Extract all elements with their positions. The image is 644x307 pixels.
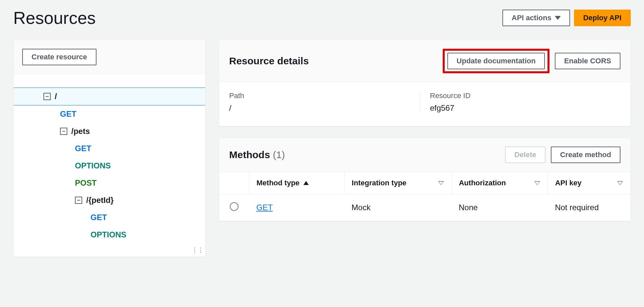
update-documentation-highlight: Update documentation (443, 49, 549, 73)
update-documentation-label: Update documentation (457, 57, 536, 65)
enable-cors-label: Enable CORS (564, 57, 611, 65)
row-radio[interactable] (230, 202, 238, 211)
delete-method-label: Delete (514, 151, 536, 159)
table-row[interactable]: GET Mock None Not required (219, 194, 630, 221)
tree-item-label: OPTIONS (91, 230, 126, 239)
path-label: Path (229, 92, 420, 100)
methods-count: (1) (273, 149, 285, 160)
tree-item-pets-post[interactable]: POST (14, 174, 205, 192)
sort-icon (534, 181, 540, 185)
methods-panel: Methods (1) Delete Create method (219, 138, 631, 221)
create-resource-button[interactable]: Create resource (22, 49, 97, 65)
tree-item-root[interactable]: − / (14, 88, 205, 105)
tree-item-root-get[interactable]: GET (14, 105, 205, 123)
sort-icon (617, 181, 623, 185)
resources-sidebar: Create resource − / GET − /pets (13, 40, 206, 257)
create-method-label: Create method (560, 151, 611, 159)
tree-item-label: OPTIONS (75, 161, 111, 170)
col-api-key-label: API key (555, 179, 582, 187)
deploy-api-label: Deploy API (583, 14, 621, 22)
delete-method-button[interactable]: Delete (505, 147, 546, 163)
api-actions-label: API actions (512, 14, 551, 22)
resource-id-label: Resource ID (430, 92, 621, 100)
path-value: / (229, 103, 420, 113)
tree-item-label: POST (75, 178, 97, 188)
cell-authorization: None (451, 194, 547, 221)
resource-details-panel: Resource details Update documentation En… (219, 40, 631, 126)
resource-id-value: efg567 (430, 103, 621, 113)
col-integration-type[interactable]: Integration type (344, 172, 451, 194)
methods-table: Method type Integration type (219, 172, 630, 221)
col-method-type-label: Method type (257, 179, 300, 187)
tree-item-pets-options[interactable]: OPTIONS (14, 157, 205, 174)
col-authorization[interactable]: Authorization (451, 172, 547, 194)
col-select (219, 172, 249, 194)
cell-integration: Mock (344, 194, 451, 221)
api-actions-button[interactable]: API actions (502, 10, 570, 26)
create-method-button[interactable]: Create method (551, 147, 620, 163)
col-api-key[interactable]: API key (547, 172, 630, 194)
tree-item-pets[interactable]: − /pets (14, 123, 205, 140)
resize-handle-icon[interactable]: ⋮⋮ (192, 246, 206, 254)
collapse-icon[interactable]: − (43, 93, 51, 100)
col-method-type[interactable]: Method type (249, 172, 344, 194)
tree-item-petid[interactable]: − /{petId} (14, 192, 205, 209)
col-integration-type-label: Integration type (352, 179, 407, 187)
method-link[interactable]: GET (256, 203, 273, 212)
tree-item-pets-get[interactable]: GET (14, 140, 205, 157)
caret-down-icon (555, 16, 561, 20)
collapse-icon[interactable]: − (60, 128, 67, 135)
tree-item-petid-get[interactable]: GET (14, 209, 205, 226)
create-resource-label: Create resource (32, 53, 87, 61)
sort-asc-icon (303, 181, 309, 185)
tree-item-label: /pets (71, 127, 90, 136)
col-authorization-label: Authorization (459, 179, 506, 187)
page-title: Resources (13, 8, 96, 28)
cell-api-key: Not required (547, 194, 630, 221)
methods-title-text: Methods (229, 149, 270, 160)
resource-tree: − / GET − /pets GET OPTIONS (14, 74, 205, 257)
tree-item-label: GET (75, 144, 91, 153)
collapse-icon[interactable]: − (75, 197, 82, 204)
tree-item-label: /{petId} (86, 196, 114, 205)
update-documentation-button[interactable]: Update documentation (447, 53, 545, 69)
methods-title: Methods (1) (229, 149, 285, 160)
tree-item-label: / (55, 92, 57, 101)
tree-item-label: GET (91, 213, 107, 222)
resource-details-title: Resource details (229, 55, 309, 67)
enable-cors-button[interactable]: Enable CORS (555, 53, 620, 69)
tree-item-label: GET (60, 109, 76, 119)
deploy-api-button[interactable]: Deploy API (574, 10, 631, 26)
tree-item-petid-options[interactable]: OPTIONS (14, 226, 205, 243)
sort-icon (438, 181, 444, 185)
